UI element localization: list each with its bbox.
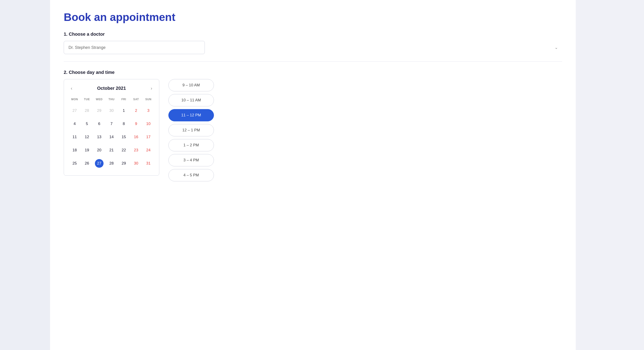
time-slot-button[interactable]: 12 – 1 PM bbox=[168, 124, 214, 136]
calendar-day-cell[interactable]: 13 bbox=[93, 131, 105, 144]
weekday-header: WED bbox=[93, 96, 105, 104]
step2-label: 2. Choose day and time bbox=[64, 70, 562, 75]
doctor-select[interactable]: Dr. Stephen Strange Dr. Bruce Banner Dr.… bbox=[64, 41, 205, 54]
weekday-header: SAT bbox=[130, 96, 142, 104]
calendar-day-cell[interactable]: 23 bbox=[130, 144, 142, 157]
calendar-day-cell[interactable]: 10 bbox=[142, 117, 154, 131]
calendar-day-cell[interactable]: 27 bbox=[93, 157, 105, 170]
time-slot-button[interactable]: 10 – 11 AM bbox=[168, 94, 214, 106]
calendar-week-row: 25262728293031 bbox=[68, 157, 154, 170]
step1-label: 1. Choose a doctor bbox=[64, 32, 562, 37]
calendar-day-cell[interactable]: 18 bbox=[68, 144, 81, 157]
calendar-day-cell[interactable]: 11 bbox=[68, 131, 81, 144]
calendar-day-cell[interactable]: 30 bbox=[130, 157, 142, 170]
calendar-time-row: ‹ October 2021 › MONTUEWEDTHUFRISATSUN 2… bbox=[64, 79, 562, 181]
calendar-body: 2728293012345678910111213141516171819202… bbox=[68, 104, 154, 170]
calendar-day-cell[interactable]: 8 bbox=[118, 117, 130, 131]
calendar-day-cell[interactable]: 22 bbox=[118, 144, 130, 157]
calendar-day-cell[interactable]: 9 bbox=[130, 117, 142, 131]
calendar-day-cell[interactable]: 16 bbox=[130, 131, 142, 144]
calendar-week-row: 18192021222324 bbox=[68, 144, 154, 157]
calendar-day-cell[interactable]: 28 bbox=[81, 104, 93, 117]
calendar-day-cell[interactable]: 24 bbox=[142, 144, 154, 157]
calendar-day-cell[interactable]: 27 bbox=[68, 104, 81, 117]
time-slot-button[interactable]: 4 – 5 PM bbox=[168, 169, 214, 181]
calendar-month-title: October 2021 bbox=[97, 86, 126, 91]
calendar-day-cell[interactable]: 19 bbox=[81, 144, 93, 157]
time-slot-button[interactable]: 11 – 12 PM bbox=[168, 109, 214, 121]
calendar-day-cell[interactable]: 31 bbox=[142, 157, 154, 170]
calendar-day-cell[interactable]: 28 bbox=[105, 157, 118, 170]
calendar-header: ‹ October 2021 › bbox=[68, 85, 154, 92]
time-slot-button[interactable]: 3 – 4 PM bbox=[168, 154, 214, 166]
prev-month-button[interactable]: ‹ bbox=[68, 85, 75, 92]
calendar-grid: MONTUEWEDTHUFRISATSUN 272829301234567891… bbox=[68, 96, 154, 170]
calendar-day-cell[interactable]: 29 bbox=[118, 157, 130, 170]
calendar-day-cell[interactable]: 29 bbox=[93, 104, 105, 117]
calendar-day-cell[interactable]: 26 bbox=[81, 157, 93, 170]
calendar-day-cell[interactable]: 4 bbox=[68, 117, 81, 131]
weekday-header: MON bbox=[68, 96, 81, 104]
calendar-week-row: 11121314151617 bbox=[68, 131, 154, 144]
doctor-select-wrapper: Dr. Stephen Strange Dr. Bruce Banner Dr.… bbox=[64, 41, 562, 54]
calendar-day-cell[interactable]: 2 bbox=[130, 104, 142, 117]
calendar-day-cell[interactable]: 20 bbox=[93, 144, 105, 157]
right-panel bbox=[576, 0, 644, 350]
calendar-week-row: 27282930123 bbox=[68, 104, 154, 117]
calendar-day-cell[interactable]: 30 bbox=[105, 104, 118, 117]
weekday-header: SUN bbox=[142, 96, 154, 104]
calendar-day-cell[interactable]: 14 bbox=[105, 131, 118, 144]
calendar: ‹ October 2021 › MONTUEWEDTHUFRISATSUN 2… bbox=[64, 79, 159, 176]
calendar-day-cell[interactable]: 17 bbox=[142, 131, 154, 144]
calendar-day-cell[interactable]: 6 bbox=[93, 117, 105, 131]
sidebar bbox=[0, 0, 50, 350]
main-content: Book an appointment 1. Choose a doctor D… bbox=[50, 0, 576, 350]
next-month-button[interactable]: › bbox=[148, 85, 154, 92]
calendar-day-cell[interactable]: 3 bbox=[142, 104, 154, 117]
calendar-week-row: 45678910 bbox=[68, 117, 154, 131]
chevron-down-icon: ⌄ bbox=[554, 45, 558, 50]
calendar-day-cell[interactable]: 25 bbox=[68, 157, 81, 170]
calendar-weekdays-row: MONTUEWEDTHUFRISATSUN bbox=[68, 96, 154, 104]
time-slot-button[interactable]: 1 – 2 PM bbox=[168, 139, 214, 151]
calendar-day-cell[interactable]: 1 bbox=[118, 104, 130, 117]
calendar-day-cell[interactable]: 15 bbox=[118, 131, 130, 144]
section-divider bbox=[64, 61, 562, 62]
weekday-header: FRI bbox=[118, 96, 130, 104]
calendar-day-cell[interactable]: 21 bbox=[105, 144, 118, 157]
weekday-header: THU bbox=[105, 96, 118, 104]
page-title: Book an appointment bbox=[64, 11, 562, 23]
calendar-day-cell[interactable]: 12 bbox=[81, 131, 93, 144]
time-slot-button[interactable]: 9 – 10 AM bbox=[168, 79, 214, 91]
calendar-day-cell[interactable]: 5 bbox=[81, 117, 93, 131]
weekday-header: TUE bbox=[81, 96, 93, 104]
calendar-day-cell[interactable]: 7 bbox=[105, 117, 118, 131]
time-slots-container: 9 – 10 AM10 – 11 AM11 – 12 PM12 – 1 PM1 … bbox=[168, 79, 214, 181]
